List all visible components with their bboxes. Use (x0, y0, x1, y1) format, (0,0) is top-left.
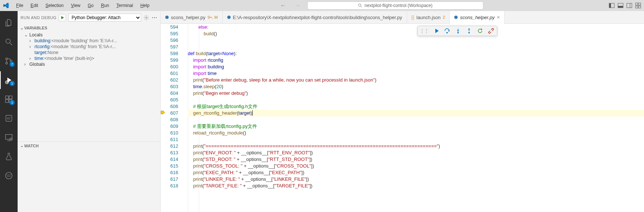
continue-button[interactable] (432, 27, 440, 35)
code-line[interactable]: reload_rtconfig_module() (188, 130, 644, 136)
python-file-icon: ⬢ (454, 15, 458, 20)
spacer (29, 50, 34, 55)
code-line[interactable]: # 需要重新加载rtconfig.py文件 (188, 123, 644, 130)
activity-extensions[interactable]: 1 (0, 90, 18, 108)
code-line[interactable] (188, 97, 644, 103)
watch-label: WATCH (24, 144, 39, 148)
tab-label: E:\A-respository\X-nextpilot\nextpilot-f… (233, 15, 402, 20)
code-line[interactable]: import time (188, 70, 644, 77)
activity-explorer[interactable] (0, 14, 18, 32)
layout-sidebar-right-icon[interactable] (626, 3, 632, 8)
disconnect-button[interactable] (487, 27, 495, 35)
menu-file[interactable]: File (13, 1, 26, 10)
layout-customize-icon[interactable] (635, 3, 641, 8)
tab-suffix: 2 (443, 15, 445, 19)
code-line[interactable]: import rtconfig (188, 57, 644, 64)
code-line[interactable] (188, 44, 644, 50)
svg-rect-11 (638, 6, 641, 8)
menu-go[interactable]: Go (85, 1, 96, 10)
scope-locals[interactable]: ⌄ Locals (18, 32, 160, 38)
menu-run[interactable]: Run (98, 1, 112, 10)
svg-rect-26 (6, 134, 12, 139)
workspace-title: nextpilot-flight-control (Workspace) (365, 3, 432, 8)
code-line-current[interactable]: gen_rtconfig_header(target) (188, 110, 644, 116)
code-line[interactable]: else: (188, 24, 644, 30)
code-line[interactable]: print("ENV_ROOT: " + __options__["RTT_EN… (188, 150, 644, 156)
svg-rect-9 (638, 3, 641, 5)
step-over-button[interactable] (443, 27, 451, 35)
menu-terminal[interactable]: Terminal (113, 1, 136, 10)
section-variables[interactable]: ⌄ VARIABLES (18, 24, 160, 32)
nav-back-icon[interactable]: ← (278, 1, 288, 10)
debug-toolbar[interactable]: ⋮⋮ (417, 26, 497, 36)
layout-panel-icon[interactable] (618, 3, 623, 8)
rt-icon: RT (5, 114, 13, 122)
editor-body[interactable]: 594595 596597 598599 600601 602603 60460… (161, 24, 644, 212)
code-line[interactable]: build() (188, 30, 644, 37)
code-line[interactable] (188, 37, 644, 44)
start-debugging-button[interactable] (59, 14, 66, 21)
editor-group: ⬢ scons_helper.py 9+, M ⬢ E:\A-resposito… (161, 11, 644, 212)
menu-view[interactable]: View (68, 1, 83, 10)
debug-sidebar: RUN AND DEBUG Python Debugger: Attach ⌄ … (18, 11, 161, 212)
code-line[interactable]: print("STD_ROOT: " + __options__["RTT_ST… (188, 156, 644, 163)
var-rtconfig[interactable]: › rtconfig: <module 'rtconfig' from 'E:\… (18, 44, 160, 50)
code-line[interactable]: print("LINKER_FILE: " + __options__["LIN… (188, 176, 644, 183)
activity-search[interactable] (0, 33, 18, 51)
search-icon (4, 37, 13, 46)
svg-rect-20 (6, 96, 8, 99)
tab-scons-helper-1[interactable]: ⬢ scons_helper.py 9+, M (161, 11, 223, 24)
activity-remote[interactable] (0, 129, 18, 146)
step-into-button[interactable] (454, 27, 462, 35)
python-file-icon: ⬢ (227, 15, 231, 20)
svg-point-33 (152, 17, 153, 18)
code-line[interactable]: import building (188, 64, 644, 70)
tab-launch-json[interactable]: {} launch.json 2 (407, 11, 450, 24)
menu-selection[interactable]: Selection (43, 1, 66, 10)
code-line[interactable]: print("CROSS_TOOL: " + __options__["CROS… (188, 163, 644, 169)
svg-point-36 (446, 32, 448, 33)
var-time[interactable]: › time: <module 'time' (built-in)> (18, 55, 160, 61)
tab-scons-helper-active[interactable]: ⬢ scons_helper.py × (450, 11, 504, 24)
ext-badge: 1 (10, 100, 15, 105)
layout-sidebar-left-icon[interactable] (609, 3, 615, 8)
activity-scm[interactable]: 7 (0, 52, 18, 70)
activity-debug[interactable]: 1 (0, 71, 18, 89)
code-line[interactable]: print("EXEC_PATH: " + __options__["EXEC_… (188, 169, 644, 176)
nav-forward-icon: → (293, 1, 303, 10)
var-target[interactable]: target: None (18, 50, 160, 55)
code-area[interactable]: else: build() def build(target=None): im… (185, 24, 644, 212)
code-line[interactable]: print("=================================… (188, 143, 644, 150)
code-line[interactable] (188, 116, 644, 123)
gear-icon[interactable] (143, 15, 149, 21)
activity-testing[interactable] (0, 148, 18, 165)
activity-docker[interactable] (0, 167, 18, 184)
code-line[interactable]: time.sleep(20) (188, 83, 644, 90)
code-line[interactable]: print("Before enter debug, sleep for a w… (188, 77, 644, 83)
svg-point-34 (154, 17, 155, 18)
restart-button[interactable] (476, 27, 484, 35)
more-icon[interactable] (151, 15, 157, 21)
step-out-button[interactable] (465, 27, 473, 35)
close-icon[interactable]: × (497, 14, 500, 20)
code-line[interactable]: def build(target=None): (188, 50, 644, 57)
titlebar-right (609, 3, 641, 8)
tab-scons-helper-path[interactable]: ⬢ E:\A-respository\X-nextpilot\nextpilot… (223, 11, 407, 24)
sidebar-title: RUN AND DEBUG (21, 15, 56, 20)
menu-edit[interactable]: Edit (28, 1, 41, 10)
drag-handle-icon[interactable]: ⋮⋮ (420, 28, 429, 33)
code-line[interactable]: # 根据target生成rtconfig.h文件 (188, 103, 644, 110)
command-center[interactable]: nextpilot-flight-control (Workspace) (307, 1, 483, 10)
code-line[interactable]: print("Begin enter debug") (188, 90, 644, 97)
locals-label: Locals (29, 32, 43, 37)
code-line[interactable]: print("TARGET_FILE: " + __options__["TAR… (188, 183, 644, 189)
section-watch[interactable]: ⌄ WATCH (18, 141, 160, 150)
scope-globals[interactable]: › Globals (18, 61, 160, 67)
var-building[interactable]: › building: <module 'building' from 'E:\… (18, 38, 160, 44)
launch-config-select[interactable]: Python Debugger: Attach (68, 14, 141, 22)
menu-help[interactable]: Help (138, 1, 153, 10)
var-key: rtconfig: (34, 44, 51, 49)
activity-rt[interactable]: RT (0, 109, 18, 127)
code-line[interactable] (188, 136, 644, 143)
var-key: time: (34, 56, 44, 61)
